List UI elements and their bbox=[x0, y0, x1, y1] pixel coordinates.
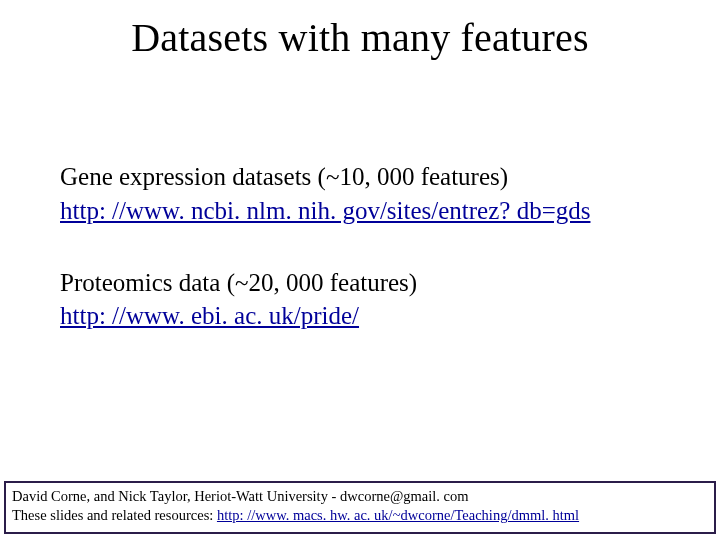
footer-box: David Corne, and Nick Taylor, Heriot-Wat… bbox=[4, 481, 716, 534]
block-text: Proteomics data (~20, 000 features) bbox=[60, 266, 680, 300]
content-block: Gene expression datasets (~10, 000 featu… bbox=[60, 160, 680, 228]
gene-expression-link[interactable]: http: //www. ncbi. nlm. nih. gov/sites/e… bbox=[60, 197, 590, 224]
footer-resources: These slides and related resources: http… bbox=[12, 506, 708, 526]
footer-resources-link[interactable]: http: //www. macs. hw. ac. uk/~dwcorne/T… bbox=[217, 507, 579, 523]
block-text: Gene expression datasets (~10, 000 featu… bbox=[60, 160, 680, 194]
page-title: Datasets with many features bbox=[0, 0, 720, 61]
content-area: Gene expression datasets (~10, 000 featu… bbox=[60, 160, 680, 371]
content-block: Proteomics data (~20, 000 features) http… bbox=[60, 266, 680, 334]
footer-authors: David Corne, and Nick Taylor, Heriot-Wat… bbox=[12, 487, 708, 507]
footer-resources-label: These slides and related resources: bbox=[12, 507, 217, 523]
proteomics-link[interactable]: http: //www. ebi. ac. uk/pride/ bbox=[60, 302, 359, 329]
slide: Datasets with many features Gene express… bbox=[0, 0, 720, 540]
